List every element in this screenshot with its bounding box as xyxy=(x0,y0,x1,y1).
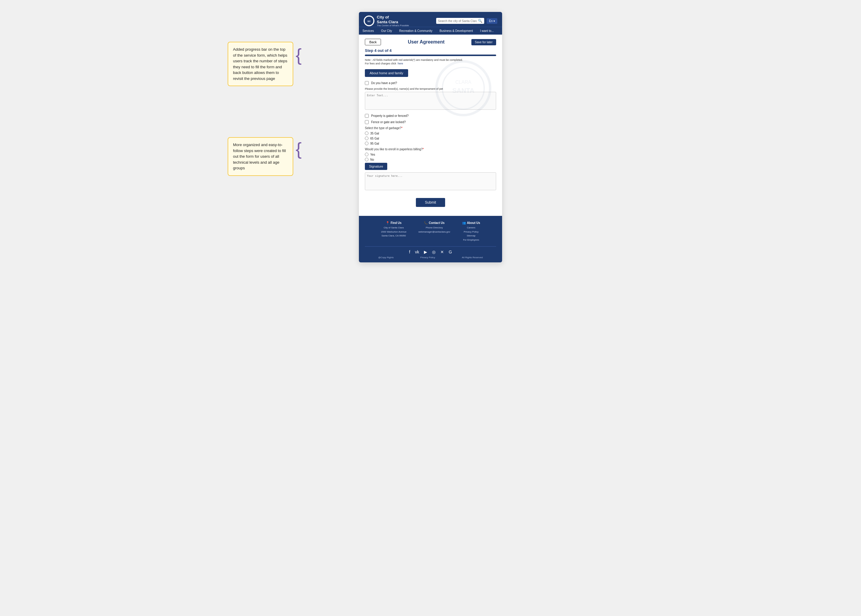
gated-row: Property is gated or fenced? xyxy=(365,114,496,118)
submit-container: Submit xyxy=(365,196,496,212)
paperless-yes-row: Yes xyxy=(365,152,496,156)
locked-checkbox[interactable] xyxy=(365,120,369,124)
pet-checkbox[interactable] xyxy=(365,81,369,85)
contact-item-0: Phone Directory xyxy=(418,226,450,230)
save-for-later-button[interactable]: Save for later xyxy=(471,39,496,45)
site-header: SC City ofSanta Clara The Centre of What… xyxy=(359,12,502,27)
fees-link[interactable]: here xyxy=(398,62,403,65)
footer-about-us: 👥 About Us Careers Privacy Policy Sitema… xyxy=(462,221,480,242)
garbage-radio-1[interactable] xyxy=(365,137,368,140)
about-us-title: 👥 About Us xyxy=(462,221,480,225)
logo-area: SC City ofSanta Clara The Centre of What… xyxy=(364,15,409,27)
search-box[interactable]: 🔍 xyxy=(436,18,484,24)
footer-links: 📍 Find Us City of Santa Clara 1500 Warbu… xyxy=(365,221,496,242)
locked-label: Fence or gate are locked? xyxy=(371,121,406,124)
page-title: User Agreement xyxy=(408,39,444,45)
about-item-2: Sitemap xyxy=(462,234,480,238)
paperless-radio-yes[interactable] xyxy=(365,152,368,156)
header-right: 🔍 En ▾ xyxy=(436,18,497,24)
pet-checkbox-row: Do you have a pet? xyxy=(365,81,496,85)
nav-services[interactable]: Services xyxy=(359,27,378,35)
garbage-option-0: 35 Gal xyxy=(365,132,496,135)
youtube-icon[interactable]: ▶ xyxy=(424,250,427,255)
find-us-title: 📍 Find Us xyxy=(381,221,407,225)
annotation-brace-2: { xyxy=(296,139,302,159)
language-button[interactable]: En ▾ xyxy=(486,18,497,24)
progress-bar xyxy=(365,55,496,56)
garbage-label-2: 95 Gal xyxy=(370,142,379,145)
contact-item-1: webmanager@santaclara.gov xyxy=(418,230,450,234)
pet-text-area[interactable] xyxy=(365,92,496,110)
nav-our-city[interactable]: Our City xyxy=(378,27,396,35)
logo-image: SC xyxy=(364,16,375,26)
gated-checkbox[interactable] xyxy=(365,114,369,118)
city-tagline: The Centre of What's Possible xyxy=(377,24,409,27)
footer-bottom: @Copy Rights Privacy Policy All Rights R… xyxy=(365,256,496,259)
vk-icon[interactable]: vk xyxy=(415,250,419,255)
garbage-section-label: Select the type of garbage?* xyxy=(365,126,496,130)
nav-business[interactable]: Business & Development xyxy=(436,27,477,35)
signature-textarea[interactable] xyxy=(365,172,496,190)
facebook-icon[interactable]: f xyxy=(409,250,410,255)
footer-social: f vk ▶ ◎ ✕ G xyxy=(365,250,496,255)
annotation-text-2: More organized and easy-to-follow steps … xyxy=(233,143,286,170)
find-us-item-0: City of Santa Clara xyxy=(381,226,407,230)
paperless-section-label: Would you like to enroll in paperless bi… xyxy=(365,148,496,151)
phone-icon: 📞 xyxy=(424,221,428,225)
location-icon: 📍 xyxy=(386,221,389,225)
signature-button[interactable]: Signature xyxy=(365,163,387,170)
note-text: Note : All fields marked with red asteri… xyxy=(365,58,496,61)
paperless-label-no: No xyxy=(370,158,374,161)
svg-text:SC: SC xyxy=(367,20,370,23)
search-input[interactable] xyxy=(438,19,477,23)
find-us-item-1: 1500 Warburton Avenue xyxy=(381,230,407,234)
about-item-1: Privacy Policy xyxy=(462,230,480,234)
instagram-icon[interactable]: ◎ xyxy=(432,250,436,255)
annotation-brace-1: { xyxy=(296,45,302,65)
fees-text: For fees and charges click here xyxy=(365,62,496,65)
about-item-3: For Employees xyxy=(462,238,480,242)
about-item-0: Careers xyxy=(462,226,480,230)
content-area: SANTA CLARA Back User Agreement Save for… xyxy=(359,35,502,216)
nav-i-want-to[interactable]: I want to... xyxy=(477,27,497,35)
locked-row: Fence or gate are locked? xyxy=(365,120,496,124)
all-rights-reserved: All Rights Reserved xyxy=(462,256,483,259)
site-nav: Services Our City Recreation & Community… xyxy=(359,27,502,35)
submit-button[interactable]: Submit xyxy=(416,198,445,207)
annotation-box-1: Added progress bar on the top of the ser… xyxy=(228,42,293,86)
paperless-radio-no[interactable] xyxy=(365,158,368,161)
garbage-label-0: 35 Gal xyxy=(370,132,379,135)
garbage-option-1: 65 Gal xyxy=(365,137,496,140)
find-us-item-2: Santa Clara, CA 95050 xyxy=(381,234,407,238)
garbage-option-2: 95 Gal xyxy=(365,141,496,145)
section-about-home-button[interactable]: About home and family xyxy=(365,69,408,77)
pet-sublabel: Please provide the breed(s), name(s) and… xyxy=(365,87,496,90)
paperless-label-yes: Yes xyxy=(370,153,375,156)
google-icon[interactable]: G xyxy=(449,250,452,255)
garbage-radio-0[interactable] xyxy=(365,132,368,135)
paperless-no-row: No xyxy=(365,158,496,161)
footer-find-us: 📍 Find Us City of Santa Clara 1500 Warbu… xyxy=(381,221,407,242)
garbage-radio-2[interactable] xyxy=(365,141,368,145)
browser-card: SC City ofSanta Clara The Centre of What… xyxy=(359,12,502,262)
people-icon: 👥 xyxy=(462,221,466,225)
logo-text-area: City ofSanta Clara The Centre of What's … xyxy=(377,15,409,27)
step-label: Step 4 out of 4 xyxy=(365,48,496,53)
annotation-box-2: More organized and easy-to-follow steps … xyxy=(228,137,293,176)
annotation-text-1: Added progress bar on the top of the ser… xyxy=(233,47,287,81)
back-button[interactable]: Back xyxy=(365,39,381,45)
garbage-label-1: 65 Gal xyxy=(370,137,379,140)
site-footer: 📍 Find Us City of Santa Clara 1500 Warbu… xyxy=(359,216,502,262)
footer-contact-us: 📞 Contact Us Phone Directory webmanager@… xyxy=(418,221,450,242)
nav-recreation[interactable]: Recreation & Community xyxy=(396,27,436,35)
twitter-icon[interactable]: ✕ xyxy=(440,250,444,255)
search-button[interactable]: 🔍 xyxy=(478,19,482,23)
pet-label: Do you have a pet? xyxy=(371,82,397,85)
top-bar: Back User Agreement Save for later xyxy=(365,39,496,45)
footer-divider xyxy=(365,246,496,247)
city-name: City ofSanta Clara xyxy=(377,15,409,24)
gated-label: Property is gated or fenced? xyxy=(371,114,409,118)
contact-us-title: 📞 Contact Us xyxy=(418,221,450,225)
copy-rights: @Copy Rights xyxy=(378,256,394,259)
privacy-policy-link[interactable]: Privacy Policy xyxy=(420,256,435,259)
